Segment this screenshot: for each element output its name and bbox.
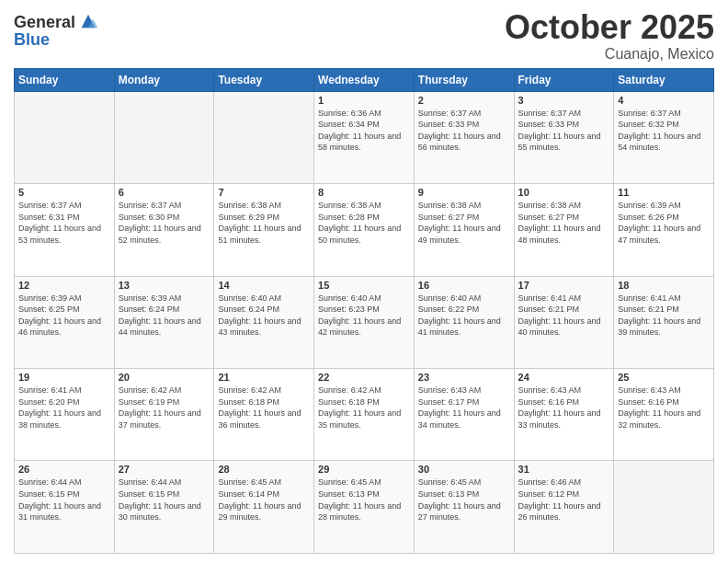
page: General Blue October 2025 Cuanajo, Mexic… — [0, 0, 728, 563]
calendar-cell: 26Sunrise: 6:44 AMSunset: 6:15 PMDayligh… — [15, 461, 115, 554]
day-number: 21 — [218, 372, 310, 383]
day-info: Sunrise: 6:38 AMSunset: 6:27 PMDaylight:… — [518, 200, 610, 246]
day-number: 28 — [218, 464, 310, 475]
day-info: Sunrise: 6:40 AMSunset: 6:23 PMDaylight:… — [318, 293, 410, 339]
day-number: 27 — [119, 464, 210, 475]
day-info: Sunrise: 6:37 AMSunset: 6:31 PMDaylight:… — [18, 200, 110, 246]
calendar-cell: 28Sunrise: 6:45 AMSunset: 6:14 PMDayligh… — [214, 461, 314, 554]
day-number: 15 — [318, 280, 410, 291]
calendar-cell: 21Sunrise: 6:42 AMSunset: 6:18 PMDayligh… — [214, 369, 314, 461]
calendar-cell: 31Sunrise: 6:46 AMSunset: 6:12 PMDayligh… — [514, 461, 614, 554]
calendar-cell: 4Sunrise: 6:37 AMSunset: 6:32 PMDaylight… — [614, 91, 714, 183]
calendar-week-3: 12Sunrise: 6:39 AMSunset: 6:25 PMDayligh… — [15, 276, 714, 368]
header: General Blue October 2025 Cuanajo, Mexic… — [14, 9, 714, 63]
calendar-cell — [15, 91, 115, 183]
day-info: Sunrise: 6:41 AMSunset: 6:21 PMDaylight:… — [518, 293, 610, 339]
day-number: 6 — [119, 187, 210, 198]
calendar-cell: 9Sunrise: 6:38 AMSunset: 6:27 PMDaylight… — [414, 184, 514, 276]
day-info: Sunrise: 6:42 AMSunset: 6:18 PMDaylight:… — [318, 385, 410, 431]
calendar-cell: 27Sunrise: 6:44 AMSunset: 6:15 PMDayligh… — [114, 461, 214, 554]
day-header-wednesday: Wednesday — [314, 68, 415, 91]
calendar-cell: 11Sunrise: 6:39 AMSunset: 6:26 PMDayligh… — [614, 184, 714, 276]
day-info: Sunrise: 6:44 AMSunset: 6:15 PMDaylight:… — [18, 477, 110, 523]
day-info: Sunrise: 6:44 AMSunset: 6:15 PMDaylight:… — [119, 477, 210, 523]
day-info: Sunrise: 6:45 AMSunset: 6:13 PMDaylight:… — [418, 477, 510, 523]
location-title: Cuanajo, Mexico — [505, 46, 714, 63]
title-section: October 2025 Cuanajo, Mexico — [505, 9, 714, 63]
day-number: 3 — [518, 95, 610, 106]
day-info: Sunrise: 6:46 AMSunset: 6:12 PMDaylight:… — [518, 477, 610, 523]
day-info: Sunrise: 6:40 AMSunset: 6:24 PMDaylight:… — [218, 293, 310, 339]
day-header-sunday: Sunday — [15, 68, 115, 91]
calendar-cell: 7Sunrise: 6:38 AMSunset: 6:29 PMDaylight… — [214, 184, 314, 276]
calendar-cell: 20Sunrise: 6:42 AMSunset: 6:19 PMDayligh… — [114, 369, 214, 461]
day-info: Sunrise: 6:43 AMSunset: 6:17 PMDaylight:… — [418, 385, 510, 431]
calendar-cell: 23Sunrise: 6:43 AMSunset: 6:17 PMDayligh… — [414, 369, 514, 461]
day-info: Sunrise: 6:37 AMSunset: 6:30 PMDaylight:… — [119, 200, 210, 246]
calendar-cell: 16Sunrise: 6:40 AMSunset: 6:22 PMDayligh… — [414, 276, 514, 368]
day-number: 1 — [318, 95, 410, 106]
calendar-cell: 29Sunrise: 6:45 AMSunset: 6:13 PMDayligh… — [314, 461, 415, 554]
calendar-cell: 13Sunrise: 6:39 AMSunset: 6:24 PMDayligh… — [114, 276, 214, 368]
day-number: 18 — [618, 280, 710, 291]
calendar-cell — [214, 91, 314, 183]
day-header-saturday: Saturday — [614, 68, 714, 91]
day-number: 20 — [119, 372, 210, 383]
day-number: 8 — [318, 187, 410, 198]
day-number: 4 — [618, 95, 710, 106]
day-info: Sunrise: 6:36 AMSunset: 6:34 PMDaylight:… — [318, 108, 410, 154]
calendar-cell: 10Sunrise: 6:38 AMSunset: 6:27 PMDayligh… — [514, 184, 614, 276]
day-info: Sunrise: 6:45 AMSunset: 6:14 PMDaylight:… — [218, 477, 310, 523]
day-number: 17 — [518, 280, 610, 291]
day-info: Sunrise: 6:39 AMSunset: 6:26 PMDaylight:… — [618, 200, 710, 246]
day-number: 11 — [618, 187, 710, 198]
day-number: 5 — [18, 187, 110, 198]
calendar-cell — [614, 461, 714, 554]
day-info: Sunrise: 6:41 AMSunset: 6:20 PMDaylight:… — [18, 385, 110, 431]
day-number: 16 — [418, 280, 510, 291]
calendar-cell: 14Sunrise: 6:40 AMSunset: 6:24 PMDayligh… — [214, 276, 314, 368]
day-info: Sunrise: 6:43 AMSunset: 6:16 PMDaylight:… — [618, 385, 710, 431]
day-info: Sunrise: 6:37 AMSunset: 6:32 PMDaylight:… — [618, 108, 710, 154]
day-info: Sunrise: 6:42 AMSunset: 6:18 PMDaylight:… — [218, 385, 310, 431]
day-info: Sunrise: 6:38 AMSunset: 6:29 PMDaylight:… — [218, 200, 310, 246]
day-info: Sunrise: 6:37 AMSunset: 6:33 PMDaylight:… — [418, 108, 510, 154]
calendar-week-4: 19Sunrise: 6:41 AMSunset: 6:20 PMDayligh… — [15, 369, 714, 461]
calendar-cell: 15Sunrise: 6:40 AMSunset: 6:23 PMDayligh… — [314, 276, 415, 368]
calendar-cell: 25Sunrise: 6:43 AMSunset: 6:16 PMDayligh… — [614, 369, 714, 461]
day-number: 22 — [318, 372, 410, 383]
logo-blue: Blue — [14, 31, 98, 48]
day-info: Sunrise: 6:39 AMSunset: 6:25 PMDaylight:… — [18, 293, 110, 339]
calendar-header-row: SundayMondayTuesdayWednesdayThursdayFrid… — [15, 68, 714, 91]
day-info: Sunrise: 6:38 AMSunset: 6:28 PMDaylight:… — [318, 200, 410, 246]
day-header-friday: Friday — [514, 68, 614, 91]
calendar-week-2: 5Sunrise: 6:37 AMSunset: 6:31 PMDaylight… — [15, 184, 714, 276]
day-number: 12 — [18, 280, 110, 291]
calendar-cell: 24Sunrise: 6:43 AMSunset: 6:16 PMDayligh… — [514, 369, 614, 461]
calendar-cell: 6Sunrise: 6:37 AMSunset: 6:30 PMDaylight… — [114, 184, 214, 276]
day-info: Sunrise: 6:45 AMSunset: 6:13 PMDaylight:… — [318, 477, 410, 523]
day-number: 25 — [618, 372, 710, 383]
day-header-tuesday: Tuesday — [214, 68, 314, 91]
logo-icon — [78, 11, 98, 31]
logo: General Blue — [14, 13, 98, 48]
calendar-cell — [114, 91, 214, 183]
day-number: 26 — [18, 464, 110, 475]
day-number: 29 — [318, 464, 410, 475]
calendar-cell: 5Sunrise: 6:37 AMSunset: 6:31 PMDaylight… — [15, 184, 115, 276]
day-number: 9 — [418, 187, 510, 198]
calendar-cell: 2Sunrise: 6:37 AMSunset: 6:33 PMDaylight… — [414, 91, 514, 183]
calendar-cell: 1Sunrise: 6:36 AMSunset: 6:34 PMDaylight… — [314, 91, 415, 183]
logo-general: General — [14, 14, 75, 30]
day-info: Sunrise: 6:42 AMSunset: 6:19 PMDaylight:… — [119, 385, 210, 431]
day-number: 10 — [518, 187, 610, 198]
day-number: 19 — [18, 372, 110, 383]
day-header-thursday: Thursday — [414, 68, 514, 91]
calendar-cell: 17Sunrise: 6:41 AMSunset: 6:21 PMDayligh… — [514, 276, 614, 368]
day-number: 24 — [518, 372, 610, 383]
day-info: Sunrise: 6:37 AMSunset: 6:33 PMDaylight:… — [518, 108, 610, 154]
day-number: 13 — [119, 280, 210, 291]
day-number: 31 — [518, 464, 610, 475]
day-number: 30 — [418, 464, 510, 475]
day-info: Sunrise: 6:40 AMSunset: 6:22 PMDaylight:… — [418, 293, 510, 339]
